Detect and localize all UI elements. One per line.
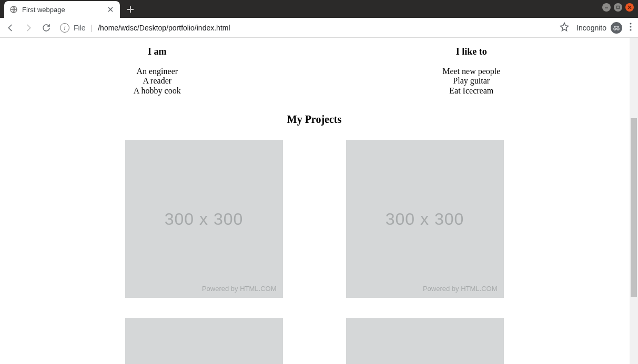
about-left-item: A hobby cook bbox=[0, 86, 315, 96]
site-info-icon[interactable]: i bbox=[60, 23, 69, 33]
projects-row: 300 x 300 Powered by HTML.COM 300 x 300 … bbox=[125, 318, 504, 364]
url-separator: | bbox=[91, 24, 93, 32]
about-left-item: An engineer bbox=[0, 67, 315, 76]
project-placeholder: 300 x 300 Powered by HTML.COM bbox=[346, 318, 504, 364]
kebab-menu-icon[interactable] bbox=[630, 23, 632, 33]
address-bar[interactable]: i File | /home/wdsc/Desktop/portfolio/in… bbox=[58, 20, 554, 35]
url-path: /home/wdsc/Desktop/portfolio/index.html bbox=[98, 24, 230, 32]
new-tab-button[interactable] bbox=[123, 2, 138, 17]
placeholder-dimensions: 300 x 300 bbox=[386, 210, 464, 229]
incognito-icon bbox=[611, 22, 622, 34]
about-right-item: Play guitar bbox=[315, 76, 629, 86]
placeholder-powered-by: Powered by HTML.COM bbox=[423, 285, 498, 293]
scrollbar-thumb[interactable] bbox=[631, 118, 637, 297]
close-tab-icon[interactable] bbox=[106, 5, 115, 14]
about-right-item: Eat Icecream bbox=[315, 86, 629, 96]
reload-button[interactable] bbox=[40, 22, 53, 34]
back-button[interactable] bbox=[4, 22, 17, 34]
window-minimize-button[interactable] bbox=[602, 3, 611, 12]
about-right-heading: I like to bbox=[315, 46, 629, 57]
svg-point-2 bbox=[614, 27, 616, 29]
svg-point-4 bbox=[630, 23, 631, 24]
browser-viewport: I am An engineer A reader A hobby cook I… bbox=[0, 38, 638, 364]
about-left-item: A reader bbox=[0, 76, 315, 86]
about-columns: I am An engineer A reader A hobby cook I… bbox=[0, 38, 629, 96]
project-placeholder: 300 x 300 Powered by HTML.COM bbox=[125, 318, 283, 364]
window-controls bbox=[602, 0, 638, 15]
about-left-heading: I am bbox=[0, 46, 315, 57]
placeholder-dimensions: 300 x 300 bbox=[165, 210, 244, 229]
browser-tab-active[interactable]: First webpage bbox=[4, 1, 120, 18]
incognito-indicator[interactable]: Incognito bbox=[576, 22, 622, 34]
about-right-column: I like to Meet new people Play guitar Ea… bbox=[315, 46, 629, 96]
svg-point-5 bbox=[630, 26, 631, 27]
projects-grid: 300 x 300 Powered by HTML.COM 300 x 300 … bbox=[0, 140, 629, 364]
url-scheme: File bbox=[74, 24, 86, 32]
page-content: I am An engineer A reader A hobby cook I… bbox=[0, 38, 629, 364]
svg-point-3 bbox=[617, 27, 619, 29]
about-left-column: I am An engineer A reader A hobby cook bbox=[0, 46, 315, 96]
forward-button[interactable] bbox=[22, 22, 35, 34]
projects-heading: My Projects bbox=[0, 113, 629, 126]
browser-toolbar: i File | /home/wdsc/Desktop/portfolio/in… bbox=[0, 18, 638, 38]
bookmark-star-icon[interactable] bbox=[560, 22, 569, 34]
tab-title: First webpage bbox=[22, 6, 65, 14]
placeholder-powered-by: Powered by HTML.COM bbox=[202, 285, 277, 293]
window-close-button[interactable] bbox=[625, 3, 634, 12]
svg-rect-1 bbox=[617, 6, 620, 9]
projects-row: 300 x 300 Powered by HTML.COM 300 x 300 … bbox=[125, 140, 504, 298]
svg-point-6 bbox=[630, 29, 631, 30]
vertical-scrollbar[interactable] bbox=[630, 38, 638, 364]
toolbar-right-actions: Incognito bbox=[560, 22, 634, 34]
incognito-label: Incognito bbox=[576, 24, 606, 32]
project-placeholder: 300 x 300 Powered by HTML.COM bbox=[346, 140, 504, 298]
browser-tabstrip: First webpage bbox=[0, 0, 638, 18]
project-placeholder: 300 x 300 Powered by HTML.COM bbox=[125, 140, 283, 298]
about-right-item: Meet new people bbox=[315, 67, 629, 76]
globe-icon bbox=[9, 5, 18, 14]
window-maximize-button[interactable] bbox=[614, 3, 622, 12]
